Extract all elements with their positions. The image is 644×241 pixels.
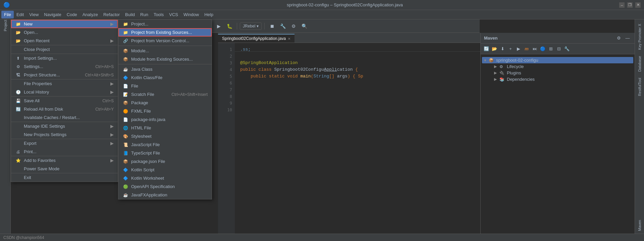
- maven-dependencies-item[interactable]: ▶ 📚 Dependencies: [493, 76, 633, 82]
- maven-plugins-icon: 🔌: [499, 71, 505, 75]
- file-close-project-item[interactable]: Close Project: [11, 45, 118, 54]
- maven-wrench-btn[interactable]: 🔧: [563, 45, 571, 53]
- maven-settings-btn[interactable]: ⚙: [615, 35, 623, 42]
- new-package-item[interactable]: 📦 Package: [118, 99, 212, 107]
- maven-collapse-btn[interactable]: ⊟: [555, 45, 562, 53]
- new-kotlin-worksheet-item[interactable]: 🔷 Kotlin Worksheet: [118, 174, 212, 182]
- file-print-item[interactable]: 🖨 Print...: [11, 147, 118, 156]
- new-java-class-item[interactable]: ☕ Java Class: [118, 65, 212, 73]
- toolbar-run-btn[interactable]: ▶: [214, 21, 223, 31]
- toolbar-debug-btn[interactable]: 🐛: [225, 21, 234, 31]
- maven-root-toggle[interactable]: ▼: [483, 58, 489, 62]
- maven-btn2[interactable]: 📂: [491, 45, 498, 53]
- toolbar-btn3[interactable]: ⚙: [289, 21, 298, 31]
- file-settings-item[interactable]: ⚙ Settings... Ctrl+Alt+S: [11, 62, 118, 71]
- minimize-button[interactable]: –: [619, 2, 625, 8]
- maven-skip-btn[interactable]: ⏭: [531, 45, 538, 53]
- menu-window[interactable]: Window: [181, 11, 202, 18]
- new-project-item[interactable]: 📁 Project...: [118, 20, 212, 28]
- maven-toggle-btn[interactable]: 🔵: [539, 45, 546, 53]
- file-import-settings-item[interactable]: ⬆ Import Settings...: [11, 54, 118, 62]
- file-new-projects-settings-item[interactable]: New Projects Settings ▶: [11, 130, 118, 139]
- maven-btn3[interactable]: ⬇: [499, 45, 506, 53]
- file-power-save-item[interactable]: Power Save Mode: [11, 165, 118, 173]
- menu-vcs[interactable]: VCS: [166, 11, 181, 18]
- new-package-info-item[interactable]: 📄 package-info.java: [118, 115, 212, 124]
- new-module-item[interactable]: 📦 Module...: [118, 47, 212, 55]
- menu-view[interactable]: View: [26, 11, 41, 18]
- maven-root-item[interactable]: ▼ 📦 springboot-02-configu: [482, 57, 633, 63]
- new-html-item[interactable]: 🌐 HTML File: [118, 124, 212, 132]
- file-add-favorites-item[interactable]: ⭐ Add to Favorites ▶: [11, 156, 118, 165]
- file-menu-section-1: 📁 New ▶ 📂 Open... 📂 Open Recent ▶: [11, 20, 118, 45]
- toolbar-btn2[interactable]: 🔧: [278, 21, 287, 31]
- menu-refactor[interactable]: Refactor: [101, 11, 122, 18]
- project-vcs-icon: 🔗: [122, 39, 128, 43]
- new-javafx-item[interactable]: ☕ JavaFXApplication: [118, 191, 212, 199]
- new-module-existing-item[interactable]: 📦 Module from Existing Sources...: [118, 55, 212, 63]
- menu-edit[interactable]: Edit: [14, 11, 26, 18]
- new-project-existing-item[interactable]: 📁 Project from Existing Sources...: [118, 28, 212, 37]
- menu-build[interactable]: Build: [122, 11, 138, 18]
- file-manage-ide-item[interactable]: Manage IDE Settings ▶: [11, 122, 118, 130]
- maven-run-btn[interactable]: ▶: [515, 45, 522, 53]
- new-file-item[interactable]: 📄 File: [118, 82, 212, 90]
- menu-run[interactable]: Run: [138, 11, 151, 18]
- database-tab[interactable]: Database: [637, 53, 642, 74]
- file-new-item[interactable]: 📁 New ▶: [11, 20, 118, 28]
- file-properties-label: File Properties: [24, 81, 108, 86]
- file-properties-item[interactable]: File Properties ▶: [11, 79, 118, 88]
- bottom-status: CSDN @champion564: [3, 235, 44, 240]
- menu-tools[interactable]: Tools: [151, 11, 166, 18]
- menu-code[interactable]: Code: [64, 11, 80, 18]
- file-exit-item[interactable]: Exit: [11, 173, 118, 182]
- maven-plugins-item[interactable]: ▶ 🔌 Plugins: [493, 70, 633, 76]
- new-openapi-item[interactable]: 🟢 OpenAPI Specification: [118, 182, 212, 191]
- new-package-json-item[interactable]: 📦 package.json File: [118, 157, 212, 166]
- maven-dependencies-toggle[interactable]: ▶: [494, 77, 499, 81]
- maven-lifecycle-toggle[interactable]: ▶: [494, 64, 499, 69]
- maven-m-btn[interactable]: m: [523, 45, 530, 53]
- toolbar-btn1[interactable]: ⏹: [267, 21, 277, 31]
- new-scratch-file-item[interactable]: 📝 Scratch File Ctrl+Alt+Shift+Insert: [118, 90, 212, 99]
- new-fxml-item[interactable]: 🟠 FXML File: [118, 107, 212, 115]
- new-kotlin-script-item[interactable]: 🔷 Kotlin Script: [118, 166, 212, 174]
- menu-analyze[interactable]: Analyze: [80, 11, 101, 18]
- maven-minimize-btn[interactable]: —: [624, 35, 631, 42]
- file-reload-item[interactable]: 🔄 Reload All from Disk Ctrl+Alt+Y: [11, 105, 118, 113]
- file-save-all-item[interactable]: 💾 Save All Ctrl+S: [11, 97, 118, 105]
- file-project-structure-item[interactable]: 🏗 Project Structure... Ctrl+Alt+Shift+S: [11, 71, 118, 79]
- file-invalidate-caches-item[interactable]: Invalidate Caches / Restart...: [11, 113, 118, 122]
- open-recent-label: Open Recent: [24, 38, 108, 43]
- maven-add-btn[interactable]: +: [507, 45, 514, 53]
- toolbar-btn4[interactable]: 🔍: [300, 21, 309, 31]
- tab-close-btn[interactable]: ✕: [288, 37, 290, 41]
- maven-refresh-btn[interactable]: 🔄: [483, 45, 490, 53]
- editor-tab-main[interactable]: Springboot02ConfigApplication.java ✕: [218, 34, 294, 43]
- new-kotlin-class-item[interactable]: 🔷 Kotlin Class/File: [118, 73, 212, 82]
- new-js-item[interactable]: 📜 JavaScript File: [118, 140, 212, 149]
- project-panel-icon[interactable]: Project: [1, 21, 10, 30]
- file-export-item[interactable]: Export ▶: [11, 139, 118, 147]
- maven-tab-side[interactable]: Maven: [637, 217, 642, 234]
- new-stylesheet-item[interactable]: 🎨 Stylesheet: [118, 132, 212, 140]
- new-project-vcs-item[interactable]: 🔗 Project from Version Control...: [118, 37, 212, 45]
- jrebel-btn[interactable]: JRebel ▾: [240, 22, 262, 30]
- key-promoter-tab[interactable]: Key Promoter X: [637, 21, 642, 53]
- close-button[interactable]: ✕: [635, 2, 641, 8]
- file-open-item[interactable]: 📂 Open...: [11, 28, 118, 37]
- file-local-history-item[interactable]: 🕐 Local History ▶: [11, 88, 118, 96]
- menu-file[interactable]: File: [1, 11, 14, 18]
- menu-help[interactable]: Help: [202, 11, 216, 18]
- menu-navigate[interactable]: Navigate: [41, 11, 64, 18]
- maven-plugins-toggle[interactable]: ▶: [494, 71, 499, 75]
- maximize-button[interactable]: ❐: [627, 2, 633, 8]
- new-projects-settings-arrow: ▶: [110, 132, 114, 137]
- open-recent-arrow: ▶: [110, 38, 114, 43]
- new-ts-item[interactable]: 📘 TypeScript File: [118, 149, 212, 157]
- maven-expand-btn[interactable]: ⊞: [547, 45, 554, 53]
- file-open-recent-item[interactable]: 📂 Open Recent ▶: [11, 37, 118, 45]
- project-vcs-label: Project from Version Control...: [131, 38, 208, 43]
- maven-lifecycle-item[interactable]: ▶ ⚙ Lifecycle: [493, 63, 633, 70]
- restful-tool-tab[interactable]: RestfulTool: [637, 75, 642, 99]
